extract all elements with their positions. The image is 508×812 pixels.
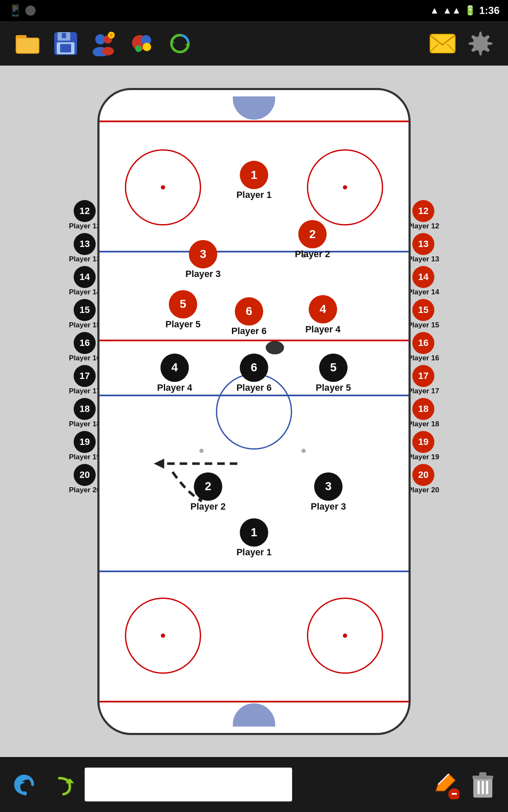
delete-button[interactable]	[466, 768, 500, 801]
puck	[266, 341, 284, 354]
bottom-toolbar	[0, 757, 508, 812]
sidebar-item-right-18[interactable]: 18 Player 18	[411, 398, 436, 428]
sidebar-item-right-19[interactable]: 19 Player 19	[411, 431, 436, 461]
neutral-dot-3	[199, 449, 204, 453]
sidebar-item-left-20[interactable]: 20 Player 20	[72, 464, 97, 494]
player-num-left-12: 12	[74, 200, 96, 222]
svg-rect-29	[482, 781, 484, 794]
sidebar-item-left-17[interactable]: 17 Player 17	[72, 365, 97, 395]
refresh-button[interactable]	[165, 29, 195, 58]
sidebar-item-left-19[interactable]: 19 Player 19	[72, 431, 97, 461]
faceoff-circle-br	[307, 598, 383, 674]
sidebar-item-left-14[interactable]: 14 Player 14	[72, 266, 97, 296]
sidebar-item-left-18[interactable]: 18 Player 18	[72, 398, 97, 428]
sidebar-item-right-17[interactable]: 17 Player 17	[411, 365, 436, 395]
player-black-4-label: Player 4	[157, 382, 192, 392]
player-red-1-num: 1	[251, 168, 257, 181]
player-black-4-num: 4	[171, 361, 178, 374]
player-black-5-label: Player 5	[316, 382, 351, 392]
faceoff-dot-tl	[161, 185, 165, 189]
edit-button[interactable]	[428, 768, 461, 801]
sidebar-item-left-15[interactable]: 15 Player 15	[72, 299, 97, 329]
sidebar-item-left-13[interactable]: 13 Player 13	[72, 233, 97, 263]
time-display: 1:36	[479, 5, 500, 16]
wifi-icon: ▲	[430, 5, 439, 16]
sidebar-item-right-13[interactable]: 13 Player 13	[411, 233, 436, 263]
player-num-left-18: 18	[74, 398, 96, 420]
player-num-left-16: 16	[74, 332, 96, 354]
sidebar-item-right-14[interactable]: 14 Player 14	[411, 266, 436, 296]
svg-rect-2	[17, 38, 39, 53]
player-num-right-13: 13	[412, 233, 434, 255]
blue-line-top	[99, 251, 409, 252]
rink-container: 12 Player 12 13 Player 13 14 Player 14 1…	[72, 80, 436, 743]
status-bar: 📱 ▲ ▲▲ 🔋 1:36	[0, 0, 508, 21]
faceoff-dot-bl	[161, 634, 165, 638]
player-label-left-13: Player 13	[69, 255, 101, 263]
red-line-bottom	[99, 701, 409, 702]
player-black-4-token	[160, 353, 189, 381]
sidebar-item-left-12[interactable]: 12 Player 12	[72, 200, 97, 230]
toolbar	[0, 21, 508, 66]
player-black-5-token	[319, 353, 348, 381]
player-red-1-label: Player 1	[236, 189, 271, 200]
sidebar-item-right-15[interactable]: 15 Player 15	[411, 299, 436, 329]
faceoff-circle-tr	[307, 149, 383, 225]
email-button[interactable]	[428, 29, 457, 58]
player-red-6-token	[235, 297, 263, 325]
paint-button[interactable]	[127, 29, 157, 58]
player-red-4-num: 4	[320, 302, 326, 315]
redo-button[interactable]	[47, 768, 80, 801]
neutral-dot-2	[301, 254, 306, 258]
hockey-rink[interactable]: 1 Player 1 2 Player 2 3 Player 3 5 Playe…	[97, 88, 411, 735]
sim-icon: 📱	[8, 4, 22, 17]
sidebar-item-right-20[interactable]: 20 Player 20	[411, 464, 436, 494]
svg-rect-24	[452, 793, 457, 795]
svg-point-16	[135, 45, 142, 52]
center-red-line	[99, 340, 409, 341]
player-num-right-19: 19	[412, 431, 434, 453]
sidebar-right: 12 Player 12 13 Player 13 14 Player 14 1…	[411, 80, 436, 743]
player-black-3-bottom-label: Player 3	[311, 501, 346, 511]
player-label-left-19: Player 19	[69, 453, 101, 461]
svg-rect-7	[62, 33, 66, 38]
svg-point-15	[143, 43, 151, 51]
player-num-left-13: 13	[74, 233, 96, 255]
svg-rect-27	[479, 772, 486, 776]
player-red-5-token	[169, 290, 197, 318]
player-label-right-20: Player 20	[408, 486, 439, 494]
player-label-right-13: Player 13	[408, 255, 439, 263]
player-black-1-bottom-num: 1	[251, 525, 257, 538]
center-circle	[216, 373, 292, 450]
sidebar-item-right-12[interactable]: 12 Player 12	[411, 200, 436, 230]
folder-button[interactable]	[13, 29, 42, 58]
svg-rect-6	[60, 44, 71, 52]
svg-rect-30	[486, 781, 488, 794]
svg-rect-18	[431, 35, 455, 52]
team-button[interactable]	[89, 29, 119, 58]
player-num-right-15: 15	[412, 299, 434, 321]
player-red-1-token	[240, 161, 268, 189]
player-num-left-19: 19	[74, 431, 96, 453]
blue-line-bottom	[99, 571, 409, 572]
sidebar-item-right-16[interactable]: 16 Player 16	[411, 332, 436, 362]
sidebar-item-left-16[interactable]: 16 Player 16	[72, 332, 97, 362]
save-button[interactable]	[51, 29, 80, 58]
text-input-field[interactable]	[85, 768, 292, 801]
player-black-3-bottom-token	[314, 472, 342, 501]
player-label-right-15: Player 15	[408, 321, 439, 329]
svg-rect-28	[478, 781, 480, 794]
player-black-1-bottom-token	[240, 518, 268, 546]
neutral-dot-1	[199, 254, 204, 258]
player-black-2-bottom-label: Player 2	[190, 501, 226, 511]
player-red-5-label: Player 5	[166, 318, 201, 329]
player-label-right-19: Player 19	[408, 453, 439, 461]
player-num-left-20: 20	[74, 464, 96, 486]
player-num-right-14: 14	[412, 266, 434, 288]
undo-button[interactable]	[8, 768, 42, 801]
settings-button[interactable]	[466, 29, 495, 58]
player-label-right-16: Player 16	[408, 354, 439, 362]
player-num-left-15: 15	[74, 299, 96, 321]
player-label-right-17: Player 17	[408, 387, 439, 395]
signal-icon: ▲▲	[442, 5, 461, 16]
